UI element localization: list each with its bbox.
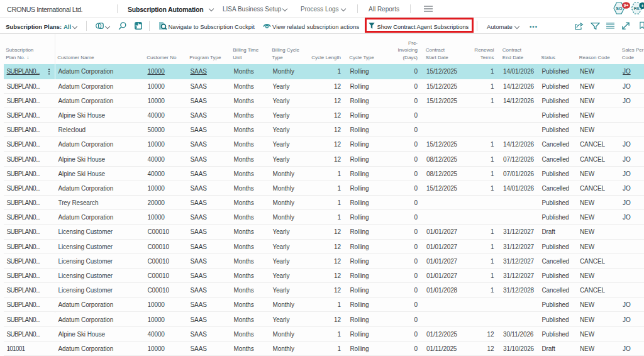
svg-text:+: + [641, 3, 644, 9]
svg-text:SO: SO [616, 6, 623, 11]
svg-text:PA: PA [634, 6, 640, 11]
svg-text:9+: 9+ [624, 3, 629, 8]
